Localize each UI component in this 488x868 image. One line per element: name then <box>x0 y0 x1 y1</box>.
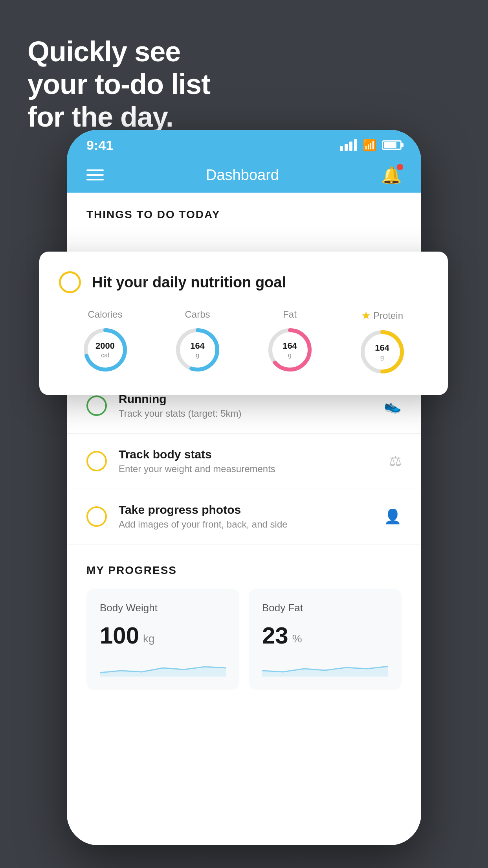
todo-circle-running <box>86 395 107 416</box>
protein-value: 164g <box>359 328 406 375</box>
card-header-row: Hit your daily nutrition goal <box>59 271 428 293</box>
hero-line1: Quickly see <box>28 35 210 68</box>
star-icon: ★ <box>361 309 371 322</box>
signal-icon <box>340 139 357 151</box>
todo-circle-photos <box>86 506 107 527</box>
nutrition-item-protein[interactable]: ★ Protein 164g <box>359 309 406 375</box>
body-weight-unit: kg <box>143 633 155 645</box>
body-fat-chart <box>262 657 388 677</box>
scale-icon: ⚖ <box>389 453 402 469</box>
floating-nutrition-card: Hit your daily nutrition goal Calories 2… <box>39 252 448 395</box>
progress-card-bodyfat[interactable]: Body Fat 23 % <box>249 588 402 690</box>
phone-shell: 9:41 📶 Dashboard 🔔 THINGS TO DO TODAY <box>67 130 421 845</box>
things-to-do-heading: THINGS TO DO TODAY <box>67 193 421 229</box>
todo-subtitle-running: Track your stats (target: 5km) <box>119 408 372 419</box>
battery-icon <box>382 140 402 150</box>
hero-line3: for the day. <box>28 101 210 133</box>
status-time: 9:41 <box>86 138 113 153</box>
todo-subtitle-body-stats: Enter your weight and measurements <box>119 463 377 474</box>
calories-value: 2000cal <box>82 326 129 373</box>
shoe-icon: 👟 <box>384 397 402 414</box>
nav-title: Dashboard <box>206 167 279 184</box>
calories-donut: 2000cal <box>82 326 129 373</box>
body-fat-unit: % <box>292 633 302 645</box>
hero-line2: your to-do list <box>28 68 210 101</box>
body-weight-label: Body Weight <box>100 602 226 614</box>
nav-bar: Dashboard 🔔 <box>67 157 421 193</box>
body-fat-label: Body Fat <box>262 602 388 614</box>
todo-title-photos: Take progress photos <box>119 503 372 517</box>
nutrition-item-calories[interactable]: Calories 2000cal <box>82 309 129 373</box>
todo-subtitle-photos: Add images of your front, back, and side <box>119 519 372 530</box>
carbs-value: 164g <box>174 326 221 373</box>
person-icon: 👤 <box>384 508 402 525</box>
body-fat-value: 23 % <box>262 622 388 649</box>
progress-heading: MY PROGRESS <box>86 564 402 577</box>
todo-circle-body-stats <box>86 451 107 471</box>
fat-value: 164g <box>266 326 314 373</box>
todo-title-body-stats: Track body stats <box>119 448 377 461</box>
svg-marker-0 <box>100 667 226 677</box>
todo-item-photos[interactable]: Take progress photos Add images of your … <box>67 489 421 544</box>
protein-label-row: ★ Protein <box>361 309 403 322</box>
carbs-donut: 164g <box>174 326 221 373</box>
nutrition-item-fat[interactable]: Fat 164g <box>266 309 314 373</box>
progress-card-weight[interactable]: Body Weight 100 kg <box>86 588 239 690</box>
fat-label: Fat <box>283 309 297 320</box>
progress-section: MY PROGRESS Body Weight 100 kg <box>67 544 421 690</box>
body-weight-chart <box>100 657 226 677</box>
progress-cards: Body Weight 100 kg Bod <box>86 588 402 690</box>
status-icons: 📶 <box>340 139 402 152</box>
nutrition-item-carbs[interactable]: Carbs 164g <box>174 309 221 373</box>
nutrition-check-circle[interactable] <box>59 271 81 293</box>
nutrition-circles: Calories 2000cal Carbs 164g <box>59 309 428 375</box>
hero-text: Quickly see your to-do list for the day. <box>28 35 210 133</box>
todo-text-body-stats: Track body stats Enter your weight and m… <box>119 448 377 474</box>
notification-button[interactable]: 🔔 <box>381 166 402 185</box>
todo-list: Running Track your stats (target: 5km) 👟… <box>67 378 421 690</box>
nutrition-card-title: Hit your daily nutrition goal <box>92 274 286 291</box>
todo-text-photos: Take progress photos Add images of your … <box>119 503 372 530</box>
notification-badge <box>397 164 403 170</box>
body-weight-value: 100 kg <box>100 622 226 649</box>
fat-donut: 164g <box>266 326 314 373</box>
todo-text-running: Running Track your stats (target: 5km) <box>119 392 372 419</box>
status-bar: 9:41 📶 <box>67 130 421 157</box>
protein-label: Protein <box>373 310 403 321</box>
protein-donut: 164g <box>359 328 406 375</box>
menu-button[interactable] <box>86 169 104 180</box>
todo-item-body-stats[interactable]: Track body stats Enter your weight and m… <box>67 434 421 489</box>
wifi-icon: 📶 <box>363 139 376 152</box>
carbs-label: Carbs <box>185 309 210 320</box>
calories-label: Calories <box>88 309 122 320</box>
